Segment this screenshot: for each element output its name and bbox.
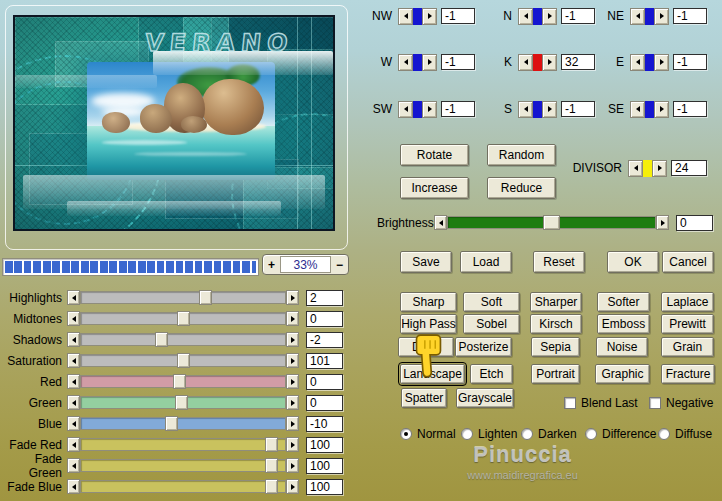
preset-graphic-button[interactable]: Graphic: [595, 364, 650, 384]
kernel-value[interactable]: -1: [441, 8, 475, 24]
ok-button[interactable]: OK: [607, 251, 659, 273]
preset-sharper-button[interactable]: Sharper: [530, 292, 582, 312]
slider-right-arrow[interactable]: [286, 479, 299, 494]
zoom-in-button[interactable]: +: [263, 257, 280, 272]
increase-button[interactable]: Increase: [400, 177, 469, 199]
slider-left-arrow[interactable]: [67, 437, 80, 452]
slider-value[interactable]: -2: [306, 332, 343, 348]
slider-track[interactable]: [80, 438, 286, 451]
spinner-right-arrow[interactable]: [422, 101, 437, 118]
slider-right-arrow[interactable]: [286, 311, 299, 326]
slider-right-arrow[interactable]: [286, 437, 299, 452]
mode-lighten-radio[interactable]: [461, 428, 473, 440]
mode-normal-option[interactable]: Normal: [400, 427, 456, 441]
brightness-value[interactable]: 0: [676, 215, 713, 231]
rotate-button[interactable]: Rotate: [400, 144, 469, 166]
slider-track[interactable]: [80, 375, 286, 388]
negative-checkbox[interactable]: [649, 397, 661, 409]
slider-thumb[interactable]: [265, 458, 278, 473]
kernel-value[interactable]: -1: [673, 101, 707, 117]
slider-left-arrow[interactable]: [67, 416, 80, 431]
preset-spatter-button[interactable]: Spatter: [401, 388, 447, 408]
spinner-left-arrow[interactable]: [628, 160, 643, 177]
slider-left-arrow[interactable]: [67, 395, 80, 410]
preset-grain-button[interactable]: Grain: [661, 337, 714, 357]
slider-thumb[interactable]: [265, 437, 278, 452]
preset-etch-button[interactable]: Etch: [470, 364, 513, 384]
slider-left-arrow[interactable]: [67, 311, 80, 326]
preset-kirsch-button[interactable]: Kirsch: [530, 314, 582, 334]
spinner-right-arrow[interactable]: [422, 8, 437, 25]
slider-track[interactable]: [80, 396, 286, 409]
preset-soft-button[interactable]: Soft: [463, 292, 520, 312]
kernel-value[interactable]: -1: [441, 54, 475, 70]
spinner-right-arrow[interactable]: [654, 54, 669, 71]
spinner-right-arrow[interactable]: [422, 54, 437, 71]
reduce-button[interactable]: Reduce: [487, 177, 556, 199]
slider-track[interactable]: [80, 312, 286, 325]
slider-right-arrow[interactable]: [286, 374, 299, 389]
preset-sepia-button[interactable]: Sepia: [531, 337, 580, 357]
preset-landscape-button[interactable]: Landscape: [400, 364, 465, 384]
reset-button[interactable]: Reset: [533, 251, 585, 273]
spinner-left-arrow[interactable]: [518, 101, 533, 118]
slider-thumb[interactable]: [165, 416, 178, 431]
preset-laplace-button[interactable]: Laplace: [661, 292, 714, 312]
slider-value[interactable]: 100: [306, 479, 343, 495]
load-button[interactable]: Load: [460, 251, 512, 273]
brightness-thumb[interactable]: [543, 215, 560, 230]
kernel-value[interactable]: -1: [561, 8, 595, 24]
slider-thumb[interactable]: [265, 479, 278, 494]
preset-sobel-button[interactable]: Sobel: [463, 314, 520, 334]
spinner-right-arrow[interactable]: [542, 54, 557, 71]
spinner-right-arrow[interactable]: [652, 160, 667, 177]
preset-grayscale-button[interactable]: Grayscale: [456, 388, 514, 408]
preset-prewitt-button[interactable]: Prewitt: [661, 314, 714, 334]
brightness-track[interactable]: [447, 216, 656, 229]
preset-sharp-button[interactable]: Sharp: [400, 292, 457, 312]
slider-thumb[interactable]: [155, 332, 168, 347]
slider-value[interactable]: 101: [306, 353, 343, 369]
slider-right-arrow[interactable]: [286, 353, 299, 368]
slider-value[interactable]: 0: [306, 311, 343, 327]
mode-darken-radio[interactable]: [521, 428, 533, 440]
preset-portrait-button[interactable]: Portrait: [531, 364, 580, 384]
spinner-left-arrow[interactable]: [398, 101, 413, 118]
slider-right-arrow[interactable]: [286, 332, 299, 347]
spinner-right-arrow[interactable]: [542, 8, 557, 25]
spinner-left-arrow[interactable]: [518, 8, 533, 25]
kernel-value[interactable]: -1: [561, 101, 595, 117]
slider-left-arrow[interactable]: [67, 353, 80, 368]
slider-thumb[interactable]: [177, 311, 190, 326]
spinner-right-arrow[interactable]: [654, 8, 669, 25]
slider-thumb[interactable]: [177, 353, 190, 368]
spinner-left-arrow[interactable]: [398, 8, 413, 25]
slider-value[interactable]: 100: [306, 458, 343, 474]
blend-last-checkbox[interactable]: [564, 397, 576, 409]
preset-posterize-button[interactable]: Posterize: [455, 337, 512, 357]
blend-last-option[interactable]: Blend Last: [564, 396, 638, 410]
preset-draw-button[interactable]: Draw: [398, 337, 454, 357]
preset-softer-button[interactable]: Softer: [597, 292, 650, 312]
cancel-button[interactable]: Cancel: [662, 251, 714, 273]
slider-left-arrow[interactable]: [67, 290, 80, 305]
slider-track[interactable]: [80, 291, 286, 304]
slider-track[interactable]: [80, 333, 286, 346]
slider-value[interactable]: 2: [306, 290, 343, 306]
spinner-right-arrow[interactable]: [654, 101, 669, 118]
slider-left-arrow[interactable]: [67, 458, 80, 473]
slider-right-arrow[interactable]: [286, 458, 299, 473]
spinner-left-arrow[interactable]: [630, 54, 645, 71]
kernel-value[interactable]: -1: [673, 54, 707, 70]
mode-difference-option[interactable]: Difference: [585, 427, 656, 441]
slider-track[interactable]: [80, 417, 286, 430]
mode-diffuse-radio[interactable]: [658, 428, 670, 440]
slider-value[interactable]: 100: [306, 437, 343, 453]
slider-right-arrow[interactable]: [286, 290, 299, 305]
spinner-left-arrow[interactable]: [518, 54, 533, 71]
mode-normal-radio[interactable]: [400, 428, 412, 440]
slider-value[interactable]: 0: [306, 395, 343, 411]
brightness-left-arrow[interactable]: [434, 215, 447, 230]
slider-thumb[interactable]: [173, 374, 186, 389]
spinner-left-arrow[interactable]: [398, 54, 413, 71]
